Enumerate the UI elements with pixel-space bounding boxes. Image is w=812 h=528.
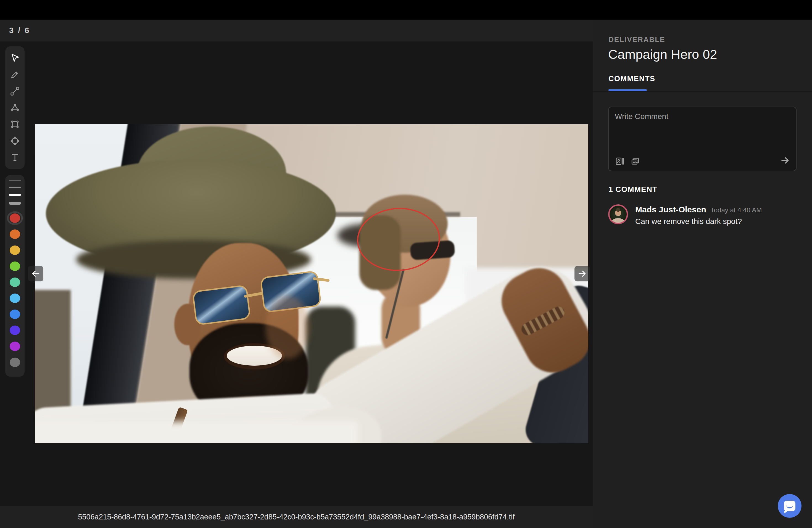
color-swatch-blue[interactable]	[7, 307, 23, 321]
arrow-right-icon	[578, 269, 587, 278]
comment-input[interactable]	[614, 112, 791, 150]
chat-bubble-icon	[784, 501, 795, 511]
comments-count: 1 COMMENT	[608, 185, 812, 194]
swatch	[10, 310, 20, 319]
chat-launcher-button[interactable]	[778, 494, 801, 518]
annotation-toolbar	[5, 46, 25, 169]
comment-composer	[608, 107, 797, 171]
send-arrow-icon	[780, 155, 791, 166]
comment-item: Mads Just-Olesen Today at 4:40 AM Can we…	[608, 204, 797, 226]
page-counter: 3 / 6	[9, 26, 30, 35]
tool-select[interactable]	[5, 50, 25, 66]
tool-ellipse[interactable]	[5, 133, 25, 149]
comment-meta: Mads Just-Olesen Today at 4:40 AM	[635, 205, 762, 214]
stroke-width-option[interactable]	[9, 180, 21, 180]
attach-image-button[interactable]	[631, 157, 640, 166]
color-swatch-red[interactable]	[7, 211, 23, 225]
connector-icon	[10, 86, 20, 97]
active-tab-indicator	[608, 89, 647, 91]
color-swatch-purple[interactable]	[7, 339, 23, 353]
text-icon	[10, 152, 20, 163]
color-swatch-orange[interactable]	[7, 227, 23, 241]
file-name: 5506a215-86d8-4761-9d72-75a13b2aeee5_ab7…	[78, 513, 515, 522]
previous-button[interactable]	[28, 266, 43, 281]
polygon-icon	[10, 102, 20, 113]
stroke-width-option[interactable]	[9, 194, 21, 196]
color-swatch-yellow[interactable]	[7, 243, 23, 257]
send-comment-button[interactable]	[780, 155, 791, 166]
attach-image-icon	[631, 157, 640, 166]
mention-button[interactable]	[615, 157, 624, 166]
swatch	[10, 294, 20, 303]
color-swatch-gray[interactable]	[7, 355, 23, 369]
comment-text: Can we remove this dark spot?	[635, 217, 762, 226]
composer-actions	[615, 157, 640, 166]
annotation-ellipse[interactable]	[35, 124, 588, 443]
tool-text[interactable]	[5, 149, 25, 166]
swatch	[10, 246, 20, 255]
style-toolbar	[5, 175, 25, 377]
comment-body: Mads Just-Olesen Today at 4:40 AM Can we…	[635, 204, 762, 226]
color-swatch-indigo[interactable]	[7, 323, 23, 337]
ellipse-icon	[10, 136, 20, 146]
cursor-icon	[10, 53, 20, 63]
color-swatch-green[interactable]	[7, 259, 23, 273]
comment-timestamp: Today at 4:40 AM	[711, 206, 762, 214]
mention-icon	[615, 157, 624, 166]
tool-draw[interactable]	[5, 66, 25, 83]
comment-author: Mads Just-Olesen	[635, 205, 706, 214]
deliverable-label: DELIVERABLE	[608, 35, 812, 44]
tool-rectangle[interactable]	[5, 116, 25, 133]
swatch	[10, 278, 20, 287]
tool-polygon[interactable]	[5, 99, 25, 116]
arrow-left-icon	[31, 269, 40, 278]
top-bar	[0, 0, 812, 19]
swatch	[10, 326, 20, 335]
tab-comments[interactable]: COMMENTS	[608, 75, 655, 91]
tool-line[interactable]	[5, 83, 25, 99]
stroke-width-option[interactable]	[9, 187, 21, 188]
stroke-width-option[interactable]	[9, 202, 21, 205]
deliverable-title: Campaign Hero 02	[608, 47, 812, 62]
color-swatch-sky[interactable]	[7, 291, 23, 305]
swatch	[10, 262, 20, 271]
viewer-header: 3 / 6	[0, 19, 593, 41]
color-swatch-mint[interactable]	[7, 275, 23, 289]
viewer-canvas	[0, 41, 593, 506]
details-sidebar: DELIVERABLE Campaign Hero 02 COMMENTS	[593, 19, 812, 528]
avatar[interactable]	[608, 204, 628, 224]
next-button[interactable]	[575, 266, 590, 281]
rectangle-icon	[10, 119, 20, 130]
swatch	[10, 230, 20, 239]
color-picker	[5, 211, 25, 369]
file-bar: 5506a215-86d8-4761-9d72-75a13b2aeee5_ab7…	[0, 506, 593, 528]
swatch	[10, 357, 20, 367]
sidebar-tab-bar: COMMENTS	[593, 75, 812, 92]
swatch	[10, 342, 20, 351]
review-app: 3 / 6	[0, 0, 812, 528]
tab-comments-label: COMMENTS	[608, 75, 655, 83]
swatch	[10, 214, 20, 223]
stroke-width-picker	[5, 180, 25, 205]
pencil-icon	[10, 69, 20, 80]
deliverable-preview[interactable]	[35, 124, 588, 443]
